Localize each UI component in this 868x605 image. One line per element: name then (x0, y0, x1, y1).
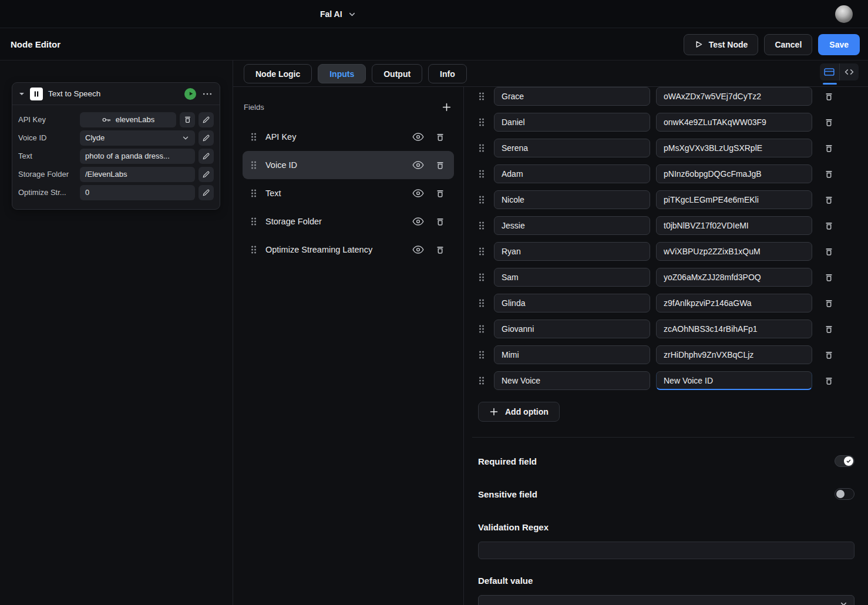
editor-tab[interactable]: Output (372, 64, 422, 83)
option-id-input[interactable] (656, 113, 812, 132)
node-menu-button[interactable] (201, 92, 213, 96)
node-card[interactable]: Text to Speech API Key elevenLabs (12, 82, 220, 210)
option-name-input[interactable] (494, 345, 650, 364)
option-name-input[interactable] (494, 320, 650, 338)
drag-handle-icon[interactable] (478, 247, 485, 256)
option-name-input[interactable] (494, 216, 650, 235)
drag-handle-icon[interactable] (478, 195, 485, 204)
option-name-input[interactable] (494, 87, 650, 106)
form-view-button[interactable] (820, 63, 839, 80)
option-id-input[interactable] (656, 320, 812, 338)
option-id-input[interactable] (656, 345, 812, 364)
field-row[interactable]: Voice ID (243, 151, 454, 179)
node-field-value[interactable]: 0 (80, 185, 195, 200)
field-row[interactable]: Text (243, 179, 454, 207)
delete-option-button[interactable] (823, 116, 835, 129)
workspace-switcher[interactable]: Fal AI (320, 0, 356, 28)
delete-field-button[interactable] (434, 244, 446, 256)
edit-field-value-button[interactable] (199, 112, 214, 127)
drag-handle-icon[interactable] (250, 160, 257, 170)
drag-handle-icon[interactable] (478, 143, 485, 153)
option-id-input[interactable] (656, 268, 812, 287)
edit-field-value-button[interactable] (199, 130, 214, 146)
delete-option-button[interactable] (823, 349, 835, 361)
edit-field-value-button[interactable] (199, 149, 214, 164)
field-row[interactable]: API Key (243, 123, 454, 151)
option-id-input[interactable] (656, 87, 812, 106)
option-name-input[interactable] (494, 294, 650, 312)
option-name-input[interactable] (494, 164, 650, 183)
drag-handle-icon[interactable] (478, 324, 485, 334)
toggle-visibility-button[interactable] (411, 129, 426, 144)
delete-option-button[interactable] (823, 194, 835, 206)
drag-handle-icon[interactable] (478, 376, 485, 385)
delete-option-button[interactable] (823, 297, 835, 310)
add-field-button[interactable] (440, 101, 453, 113)
editor-tab[interactable]: Node Logic (244, 64, 312, 83)
field-row[interactable]: Storage Folder (243, 207, 454, 236)
validation-regex-input[interactable] (478, 542, 854, 559)
option-name-input[interactable] (494, 113, 650, 132)
delete-option-button[interactable] (823, 246, 835, 258)
drag-handle-icon[interactable] (478, 169, 485, 179)
toggle-visibility-button[interactable] (411, 157, 426, 173)
drag-handle-icon[interactable] (250, 245, 257, 254)
option-id-input[interactable] (656, 190, 812, 209)
editor-tab[interactable]: Inputs (318, 64, 366, 83)
drag-handle-icon[interactable] (478, 117, 485, 127)
delete-field-button[interactable] (434, 216, 446, 228)
drag-handle-icon[interactable] (478, 92, 485, 101)
collapse-node-button[interactable] (19, 92, 25, 96)
run-node-button[interactable] (184, 88, 196, 100)
toggle-visibility-button[interactable] (411, 186, 426, 201)
user-avatar[interactable] (835, 5, 853, 23)
option-id-input[interactable] (656, 242, 812, 261)
delete-option-button[interactable] (823, 90, 835, 103)
editor-tab[interactable]: Info (428, 64, 467, 83)
drag-handle-icon[interactable] (478, 221, 485, 230)
test-node-button[interactable]: Test Node (684, 34, 759, 55)
node-field-value[interactable]: elevenLabs (80, 112, 176, 127)
delete-option-button[interactable] (823, 220, 835, 232)
delete-field-button[interactable] (434, 187, 446, 200)
delete-option-button[interactable] (823, 142, 835, 154)
option-name-input[interactable] (494, 268, 650, 287)
delete-option-button[interactable] (823, 323, 835, 335)
add-option-button[interactable]: Add option (478, 402, 560, 422)
option-id-input[interactable] (656, 294, 812, 312)
field-row[interactable]: Optimize Streaming Latency (243, 236, 454, 264)
default-value-select[interactable] (478, 595, 854, 605)
edit-field-value-button[interactable] (199, 167, 214, 182)
option-name-input[interactable] (494, 371, 650, 390)
option-name-input[interactable] (494, 242, 650, 261)
node-field-value[interactable]: Clyde (80, 130, 195, 146)
option-id-input[interactable] (656, 371, 812, 390)
option-id-input[interactable] (656, 139, 812, 157)
drag-handle-icon[interactable] (478, 298, 485, 308)
edit-field-value-button[interactable] (199, 185, 214, 200)
node-field-value[interactable]: /ElevenLabs (80, 167, 195, 182)
drag-handle-icon[interactable] (250, 189, 257, 198)
drag-handle-icon[interactable] (250, 132, 257, 142)
delete-option-button[interactable] (823, 271, 835, 284)
code-view-button[interactable] (839, 63, 859, 80)
option-id-input[interactable] (656, 164, 812, 183)
option-name-input[interactable] (494, 190, 650, 209)
option-name-input[interactable] (494, 139, 650, 157)
delete-field-button[interactable] (434, 131, 446, 143)
required-field-toggle[interactable] (835, 455, 854, 467)
drag-handle-icon[interactable] (478, 350, 485, 359)
cancel-button[interactable]: Cancel (764, 34, 812, 55)
delete-option-button[interactable] (823, 375, 835, 387)
save-button[interactable]: Save (818, 34, 860, 55)
drag-handle-icon[interactable] (250, 217, 257, 226)
toggle-visibility-button[interactable] (411, 214, 426, 229)
delete-field-value-button[interactable] (180, 112, 195, 127)
drag-handle-icon[interactable] (478, 273, 485, 282)
toggle-visibility-button[interactable] (411, 242, 426, 257)
delete-field-button[interactable] (434, 159, 446, 172)
option-id-input[interactable] (656, 216, 812, 235)
delete-option-button[interactable] (823, 168, 835, 180)
node-field-value[interactable]: photo of a panda dress... (80, 149, 195, 164)
sensitive-field-toggle[interactable] (835, 488, 854, 500)
